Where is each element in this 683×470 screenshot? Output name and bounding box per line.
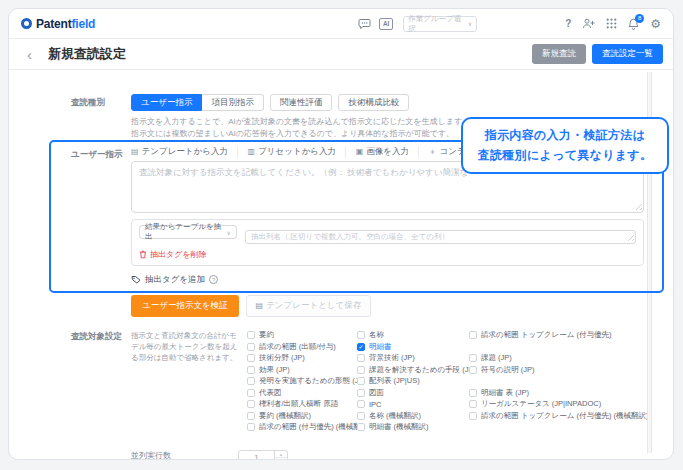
- input-from-preset-link[interactable]: ▥プリセットから入力: [248, 146, 336, 158]
- parallel-exec-value[interactable]: 1: [239, 451, 274, 460]
- extract-mode-select[interactable]: 結果からテーブルを抽出 ∨: [139, 225, 237, 239]
- checkbox-unchecked[interactable]: [469, 400, 477, 408]
- save-as-template-button[interactable]: ▤テンプレートとして保存: [246, 295, 372, 317]
- tag-icon: [131, 275, 141, 284]
- checkbox-unchecked[interactable]: [247, 377, 255, 385]
- parallel-exec-stepper[interactable]: 1 ▲ ▼: [238, 450, 288, 460]
- checkbox-unchecked[interactable]: [469, 354, 477, 362]
- checkbox-label: 図面: [369, 388, 384, 398]
- checkbox-label: 請求の範囲 トップクレーム (付与優先): [481, 330, 611, 340]
- tab-user-instruction[interactable]: ユーザー指示: [131, 94, 202, 111]
- tab-tech-comparison[interactable]: 技術構成比較: [338, 94, 409, 111]
- parallel-exec-label: 並列実行数 (最大 1件): [131, 450, 238, 460]
- topbar: Patentfield AI 作業グループ選択 ∨ ?: [9, 9, 673, 39]
- chevron-down-icon: ∨: [227, 229, 231, 236]
- workgroup-select[interactable]: 作業グループ選択 ∨: [403, 16, 477, 32]
- checkbox-grid-row: 請求の範囲 (付与優先) (機械翻訳)明細書 (機械翻訳): [247, 422, 648, 434]
- extract-mode-value: 結果からテーブルを抽出: [145, 222, 227, 242]
- back-chevron-icon[interactable]: ‹: [27, 47, 32, 62]
- tab-item-instruction[interactable]: 項目別指示: [202, 94, 264, 111]
- checkbox-unchecked[interactable]: [469, 389, 477, 397]
- input-image-link[interactable]: ▣画像を入力: [356, 146, 409, 158]
- checkbox-label: 課題 (JP): [481, 353, 512, 363]
- checkbox-unchecked[interactable]: [357, 423, 365, 431]
- checkbox-label: 代表図: [259, 388, 282, 398]
- new-review-button[interactable]: 新規査読: [532, 44, 586, 64]
- checkbox-unchecked[interactable]: [357, 366, 365, 374]
- extract-columns-input[interactable]: [245, 230, 636, 244]
- checkbox-label: IPC: [369, 400, 382, 409]
- checkbox-unchecked[interactable]: [247, 366, 255, 374]
- toolbar-divider: │: [416, 147, 422, 157]
- checkbox-unchecked[interactable]: [357, 354, 365, 362]
- tab-relevance-eval[interactable]: 関連性評価: [270, 94, 333, 111]
- checkbox-unchecked[interactable]: [469, 412, 477, 420]
- chat-icon[interactable]: [358, 18, 371, 30]
- checkbox-unchecked[interactable]: [469, 366, 477, 374]
- checkbox-grid-row: 要約名称請求の範囲 トップクレーム (付与優先): [247, 330, 648, 342]
- image-icon: ▣: [356, 148, 364, 156]
- checkbox-label: 効果 (JP): [259, 365, 290, 375]
- help-circle-icon[interactable]: ?: [209, 275, 218, 284]
- parallel-exec-row: 並列実行数 (最大 1件) 1 ▲ ▼: [71, 450, 644, 460]
- apps-grid-icon[interactable]: [606, 18, 617, 29]
- checkbox-grid-row: 要約 (機械翻訳)名称 (機械翻訳)請求の範囲 トップクレーム (付与優先) (…: [247, 410, 648, 422]
- toolbar-divider: │: [235, 147, 241, 157]
- input-from-template-link[interactable]: ▤テンプレートから入力: [131, 146, 228, 158]
- checkbox-label: 請求の範囲 トップクレーム (付与優先) (機械翻訳): [481, 411, 648, 421]
- checkbox-unchecked[interactable]: [247, 331, 255, 339]
- notifications-bell[interactable]: 8: [628, 18, 639, 30]
- checkbox-label: 名称: [369, 330, 384, 340]
- checkbox-label: 符号の説明 (JP): [481, 365, 535, 375]
- checkbox-unchecked[interactable]: [357, 412, 365, 420]
- checkbox-unchecked[interactable]: [357, 377, 365, 385]
- review-target-grid: 要約名称請求の範囲 トップクレーム (付与優先)請求の範囲 (出願/付与)✓明細…: [247, 328, 648, 434]
- checkbox-grid-row: 代表図図面明細書 表 (JP): [247, 387, 648, 399]
- checkbox-label: 課題を解決するための手段 (JP): [369, 365, 469, 375]
- checkbox-grid-row: 発明を実施するための形態 (JP)配列表 (JP|US): [247, 376, 648, 388]
- patentfield-logo[interactable]: Patentfield: [21, 17, 95, 31]
- checkbox-unchecked[interactable]: [357, 331, 365, 339]
- checkbox-checked[interactable]: ✓: [357, 343, 365, 351]
- template-icon: ▤: [131, 148, 139, 156]
- chevron-down-icon: ∨: [468, 20, 472, 27]
- stepper-up-icon[interactable]: ▲: [275, 451, 287, 458]
- checkbox-unchecked[interactable]: [247, 400, 255, 408]
- checkbox-label: 名称 (機械翻訳): [369, 411, 421, 421]
- review-target-label: 査読対象設定: [71, 328, 131, 434]
- app-window: Patentfield AI 作業グループ選択 ∨ ?: [8, 8, 674, 460]
- checkbox-unchecked[interactable]: [357, 400, 365, 408]
- checkbox-grid-row: 請求の範囲 (出願/付与)✓明細書: [247, 341, 648, 353]
- annotation-callout: 指示内容の入力・検証方法は 査読種別によって異なります。: [461, 117, 669, 174]
- help-icon[interactable]: ?: [565, 18, 571, 29]
- extract-tag-box: 結果からテーブルを抽出 ∨ 抽出タグを削除: [131, 219, 644, 266]
- checkbox-label: 請求の範囲 (出願/付与): [259, 342, 336, 352]
- verify-instruction-button[interactable]: ユーザー指示文を検証: [131, 295, 239, 317]
- page-title: 新規査読設定: [48, 45, 126, 63]
- checkbox-label: 要約: [259, 330, 274, 340]
- ai-assistant-icon[interactable]: AI: [379, 18, 393, 30]
- checkbox-label: 請求の範囲 (付与優先) (機械翻訳): [259, 422, 357, 432]
- workgroup-select-placeholder: 作業グループ選択: [408, 14, 468, 34]
- checkbox-unchecked[interactable]: [247, 354, 255, 362]
- checkbox-unchecked[interactable]: [469, 331, 477, 339]
- logo-text: Patentfield: [36, 17, 95, 31]
- stepper-down-icon[interactable]: ▼: [275, 458, 287, 460]
- add-extract-tag-link[interactable]: 抽出タグを追加 ?: [131, 274, 218, 286]
- checkbox-unchecked[interactable]: [247, 343, 255, 351]
- checkbox-unchecked[interactable]: [357, 389, 365, 397]
- checkbox-label: 技術分野 (JP): [259, 353, 305, 363]
- invite-user-icon[interactable]: [582, 18, 595, 29]
- checkbox-label: 明細書: [369, 342, 392, 352]
- checkbox-unchecked[interactable]: [247, 423, 255, 431]
- review-settings-list-button[interactable]: 査読設定一覧: [592, 44, 663, 64]
- checkbox-unchecked[interactable]: [247, 389, 255, 397]
- checkbox-unchecked[interactable]: [247, 412, 255, 420]
- checkbox-label: 配列表 (JP|US): [369, 376, 420, 386]
- notification-badge: 8: [635, 14, 644, 23]
- settings-gear-icon[interactable]: ⚙: [650, 18, 661, 30]
- preset-icon: ▥: [248, 148, 256, 156]
- review-target-description: 指示文と査読対象文の合計がモデル毎の最大トークン数を超える部分は自動で省略されま…: [131, 328, 239, 434]
- delete-extract-tag-link[interactable]: 抽出タグを削除: [139, 249, 207, 260]
- checkbox-grid-row: 効果 (JP)課題を解決するための手段 (JP)符号の説明 (JP): [247, 364, 648, 376]
